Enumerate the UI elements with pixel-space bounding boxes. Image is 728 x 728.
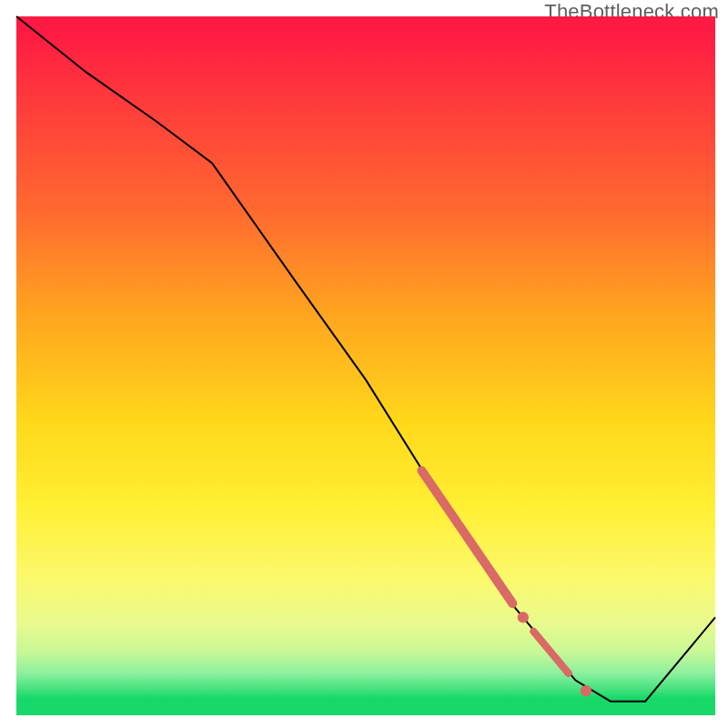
chart-container: TheBottleneck.com xyxy=(0,0,728,728)
chart-svg xyxy=(16,16,715,715)
highlight-segment xyxy=(533,632,568,673)
plot-area xyxy=(16,16,715,715)
highlight-point xyxy=(518,612,529,622)
bottleneck-curve-path xyxy=(16,16,715,702)
highlight-segment xyxy=(421,470,512,603)
highlight-segments xyxy=(421,470,568,673)
highlight-point xyxy=(581,685,592,696)
